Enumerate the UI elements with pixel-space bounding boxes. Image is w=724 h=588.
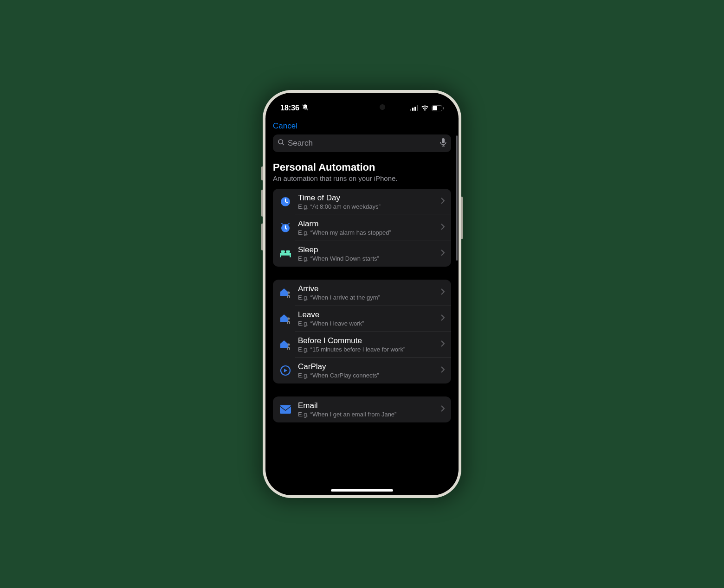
trigger-subtitle: E.g. “When I leave work” bbox=[298, 320, 434, 327]
trigger-before-i-commute[interactable]: Before I Commute E.g. “15 minutes before… bbox=[273, 332, 451, 358]
svg-point-21 bbox=[288, 292, 290, 294]
scroll-indicator[interactable] bbox=[456, 135, 458, 261]
dynamic-island bbox=[334, 99, 390, 115]
bed-icon bbox=[279, 248, 291, 260]
svg-rect-17 bbox=[280, 256, 281, 257]
svg-rect-8 bbox=[443, 107, 444, 109]
dnd-icon bbox=[302, 104, 309, 113]
trigger-carplay[interactable]: CarPlay E.g. “When CarPlay connects” bbox=[273, 358, 451, 383]
chevron-right-icon bbox=[441, 340, 445, 349]
svg-rect-3 bbox=[412, 108, 414, 111]
svg-rect-25 bbox=[280, 405, 291, 414]
svg-point-9 bbox=[278, 140, 283, 144]
svg-rect-7 bbox=[433, 106, 437, 110]
navigation-bar: Cancel bbox=[265, 116, 459, 134]
section-subtitle: An automation that runs on your iPhone. bbox=[273, 174, 451, 182]
chevron-right-icon bbox=[441, 366, 445, 375]
trigger-sleep[interactable]: Sleep E.g. “When Wind Down starts” bbox=[273, 241, 451, 267]
cellular-signal-icon bbox=[410, 105, 418, 111]
trigger-leave[interactable]: Leave E.g. “When I leave work” bbox=[273, 306, 451, 332]
svg-rect-11 bbox=[442, 138, 445, 143]
phone-screen: 18:36 Canc bbox=[265, 93, 459, 495]
chevron-right-icon bbox=[441, 288, 445, 297]
chevron-right-icon bbox=[441, 198, 445, 206]
trigger-title: Email bbox=[298, 401, 434, 410]
battery-icon bbox=[432, 105, 444, 111]
home-person-icon bbox=[279, 287, 291, 299]
front-camera bbox=[380, 104, 385, 110]
power-button bbox=[461, 197, 463, 239]
trigger-subtitle: E.g. “At 8:00 am on weekdays” bbox=[298, 203, 434, 210]
trigger-title: Arrive bbox=[298, 284, 434, 294]
trigger-title: Leave bbox=[298, 310, 434, 320]
svg-point-23 bbox=[288, 344, 290, 346]
phone-frame: 18:36 Canc bbox=[263, 90, 461, 498]
chevron-right-icon bbox=[441, 224, 445, 232]
trigger-subtitle: E.g. “When my alarm has stopped” bbox=[298, 229, 434, 236]
trigger-group-location: Arrive E.g. “When I arrive at the gym” L… bbox=[273, 280, 451, 383]
trigger-arrive[interactable]: Arrive E.g. “When I arrive at the gym” bbox=[273, 280, 451, 306]
chevron-right-icon bbox=[441, 405, 445, 414]
home-person-icon bbox=[279, 313, 291, 325]
search-icon bbox=[278, 139, 285, 148]
volume-up-button bbox=[261, 190, 263, 217]
svg-line-15 bbox=[288, 224, 289, 224]
home-indicator[interactable] bbox=[331, 489, 393, 492]
trigger-title: Sleep bbox=[298, 245, 434, 255]
cancel-button[interactable]: Cancel bbox=[273, 121, 297, 131]
svg-point-22 bbox=[288, 318, 290, 320]
clock-icon bbox=[279, 196, 291, 208]
svg-rect-19 bbox=[281, 250, 285, 253]
section-header: Personal Automation An automation that r… bbox=[273, 161, 451, 182]
chevron-right-icon bbox=[441, 314, 445, 323]
trigger-subtitle: E.g. “15 minutes before I leave for work… bbox=[298, 346, 434, 353]
volume-down-button bbox=[261, 224, 263, 250]
home-person-icon bbox=[279, 339, 291, 351]
mute-switch bbox=[261, 166, 263, 180]
svg-rect-4 bbox=[414, 107, 416, 111]
wifi-icon bbox=[421, 105, 429, 111]
trigger-group-schedule: Time of Day E.g. “At 8:00 am on weekdays… bbox=[273, 189, 451, 267]
trigger-title: Time of Day bbox=[298, 193, 434, 203]
svg-rect-18 bbox=[290, 256, 291, 257]
svg-rect-20 bbox=[286, 250, 290, 253]
section-title: Personal Automation bbox=[273, 161, 451, 173]
chevron-right-icon bbox=[441, 249, 445, 258]
trigger-subtitle: E.g. “When I get an email from Jane” bbox=[298, 411, 434, 418]
svg-rect-2 bbox=[410, 109, 411, 111]
alarm-icon bbox=[279, 222, 291, 234]
status-time: 18:36 bbox=[280, 104, 299, 112]
trigger-time-of-day[interactable]: Time of Day E.g. “At 8:00 am on weekdays… bbox=[273, 189, 451, 215]
trigger-subtitle: E.g. “When Wind Down starts” bbox=[298, 255, 434, 262]
trigger-title: Before I Commute bbox=[298, 336, 434, 345]
svg-rect-5 bbox=[417, 105, 418, 111]
carplay-icon bbox=[279, 364, 291, 377]
search-input[interactable] bbox=[288, 139, 437, 148]
trigger-subtitle: E.g. “When CarPlay connects” bbox=[298, 372, 434, 379]
microphone-icon[interactable] bbox=[440, 138, 446, 148]
mail-icon bbox=[279, 403, 291, 415]
trigger-title: CarPlay bbox=[298, 362, 434, 371]
trigger-group-communication: Email E.g. “When I get an email from Jan… bbox=[273, 396, 451, 422]
trigger-subtitle: E.g. “When I arrive at the gym” bbox=[298, 294, 434, 301]
trigger-title: Alarm bbox=[298, 219, 434, 229]
trigger-alarm[interactable]: Alarm E.g. “When my alarm has stopped” bbox=[273, 215, 451, 241]
search-bar[interactable] bbox=[273, 134, 451, 152]
svg-rect-16 bbox=[280, 253, 291, 256]
svg-line-14 bbox=[282, 224, 283, 224]
svg-line-10 bbox=[282, 143, 284, 145]
trigger-email[interactable]: Email E.g. “When I get an email from Jan… bbox=[273, 396, 451, 422]
scroll-content[interactable]: Personal Automation An automation that r… bbox=[265, 134, 459, 495]
